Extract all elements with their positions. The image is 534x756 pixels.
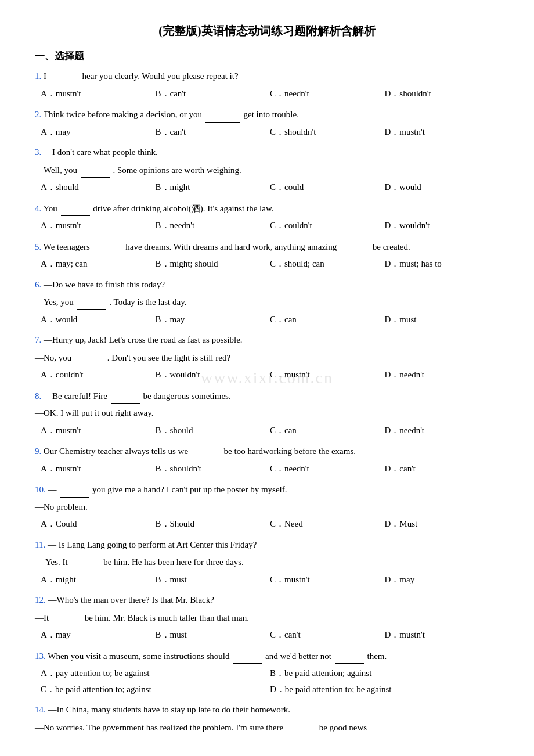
option: B．shouldn't	[156, 462, 270, 477]
option: C．be paid attention to; against	[41, 682, 270, 697]
question-line: 9. Our Chemistry teacher always tells us…	[35, 444, 499, 459]
option: B．should	[156, 423, 270, 438]
question-number: 9.	[35, 447, 41, 456]
option: A．mustn't	[41, 218, 156, 233]
option: A．might	[41, 573, 156, 588]
option: A．may	[41, 628, 156, 643]
option: D．wouldn't	[385, 218, 500, 233]
option: B．can't	[156, 87, 270, 102]
option: D．may	[385, 573, 500, 588]
question-line: 10. — you give me a hand? I can't put up…	[35, 482, 499, 498]
option: A．should	[41, 180, 156, 195]
option: C．could	[270, 180, 385, 195]
question-block: 8. —Be careful! Fire be dangerous someti…	[35, 388, 499, 438]
question-number: 1.	[35, 71, 41, 81]
options-row: A．CouldB．ShouldC．NeedD．Must	[35, 517, 499, 532]
option: B．wouldn't	[156, 368, 270, 383]
question-block: 14. —In China, many students have to sta…	[35, 703, 499, 735]
fill-blank	[77, 294, 106, 310]
question-block: 12. —Who's the man over there? Is that M…	[35, 593, 499, 643]
question-line: 12. —Who's the man over there? Is that M…	[35, 593, 499, 608]
section-title: 一、选择题	[35, 49, 499, 63]
question-block: 6. —Do we have to finish this today?—Yes…	[35, 278, 499, 327]
options-row: A．mustn'tB．needn'tC．couldn'tD．wouldn't	[35, 218, 499, 233]
option: B．might; should	[156, 257, 270, 272]
question-line: 14. —In China, many students have to sta…	[35, 703, 499, 718]
question-line: 2. Think twice before making a decision,…	[35, 107, 499, 123]
question-line: 13. When you visit a museum, some instru…	[35, 649, 499, 664]
question-block: 5. We teenagers have dreams. With dreams…	[35, 239, 499, 272]
option: D．needn't	[385, 423, 500, 438]
question-line: —No problem.	[35, 500, 499, 515]
question-number: 13.	[35, 651, 46, 661]
question-line: 3. —I don't care what people think.	[35, 145, 499, 160]
fill-blank	[340, 239, 369, 255]
question-block: 4. You drive after drinking alcohol(酒). …	[35, 201, 499, 233]
fill-blank	[93, 239, 122, 255]
option: D．mustn't	[385, 125, 500, 140]
option: B．can't	[156, 125, 270, 140]
question-block: 1. I hear you clearly. Would you please …	[35, 69, 499, 101]
options-row: A．mustn'tB．can'tC．needn'tD．shouldn't	[35, 87, 499, 102]
option: A．may	[41, 125, 156, 140]
fill-blank	[60, 482, 89, 498]
question-number: 6.	[35, 280, 41, 289]
question-line: 8. —Be careful! Fire be dangerous someti…	[35, 388, 499, 404]
question-block: 7. —Hurry up, Jack! Let's cross the road…	[35, 333, 499, 383]
option: C．mustn't	[270, 573, 385, 588]
question-line: —No worries. The government has realized…	[35, 720, 499, 736]
option: C．can	[270, 312, 385, 327]
fill-blank	[71, 555, 100, 570]
option: C．needn't	[270, 462, 385, 477]
option: A．pay attention to; be against	[41, 666, 270, 681]
option: C．Need	[270, 517, 385, 532]
option: A．Could	[41, 517, 156, 532]
option: B．needn't	[156, 218, 270, 233]
fill-blank	[75, 350, 104, 366]
question-number: 10.	[35, 485, 46, 494]
question-number: 3.	[35, 147, 41, 157]
question-number: 8.	[35, 391, 41, 401]
fill-blank	[61, 201, 90, 217]
option: D．would	[385, 180, 500, 195]
fill-blank	[287, 720, 316, 736]
option: D．needn't	[385, 368, 500, 383]
question-line: — Yes. It be him. He has been here for t…	[35, 555, 499, 570]
fill-blank	[335, 649, 364, 664]
question-line: 1. I hear you clearly. Would you please …	[35, 69, 499, 84]
options-row: A．mustn'tB．shouldC．canD．needn't	[35, 423, 499, 438]
fill-blank	[52, 610, 81, 626]
option: D．must; has to	[385, 257, 500, 272]
question-line: 11. — Is Lang Lang going to perform at A…	[35, 538, 499, 553]
option: D．Must	[385, 517, 500, 532]
question-number: 7.	[35, 335, 41, 344]
option: A．mustn't	[41, 423, 156, 438]
question-number: 14.	[35, 705, 46, 714]
option: D．must	[385, 312, 500, 327]
option: B．must	[156, 573, 270, 588]
fill-blank	[81, 163, 110, 178]
question-line: 7. —Hurry up, Jack! Let's cross the road…	[35, 333, 499, 348]
question-block: 3. —I don't care what people think.—Well…	[35, 145, 499, 195]
question-number: 5.	[35, 242, 41, 251]
options-row: A．couldn'tB．wouldn'tC．mustn'tD．needn't	[35, 368, 499, 383]
question-block: 11. — Is Lang Lang going to perform at A…	[35, 538, 499, 588]
fill-blank	[233, 649, 262, 664]
question-line: 5. We teenagers have dreams. With dreams…	[35, 239, 499, 255]
question-block: 13. When you visit a museum, some instru…	[35, 649, 499, 697]
option: B．Should	[156, 517, 270, 532]
question-number: 11.	[35, 540, 45, 549]
question-line: —Well, you . Some opinions are worth wei…	[35, 163, 499, 178]
options-grid: A．pay attention to; be againstB．be paid …	[35, 666, 499, 697]
option: B．may	[156, 312, 270, 327]
fill-blank	[205, 107, 240, 123]
option: B．be paid attention; against	[270, 666, 499, 681]
question-number: 4.	[35, 204, 41, 213]
option: D．mustn't	[385, 628, 500, 643]
question-number: 2.	[35, 110, 41, 119]
option: C．couldn't	[270, 218, 385, 233]
option: C．can	[270, 423, 385, 438]
question-line: 6. —Do we have to finish this today?	[35, 278, 499, 293]
option: C．needn't	[270, 87, 385, 102]
option: A．couldn't	[41, 368, 156, 383]
